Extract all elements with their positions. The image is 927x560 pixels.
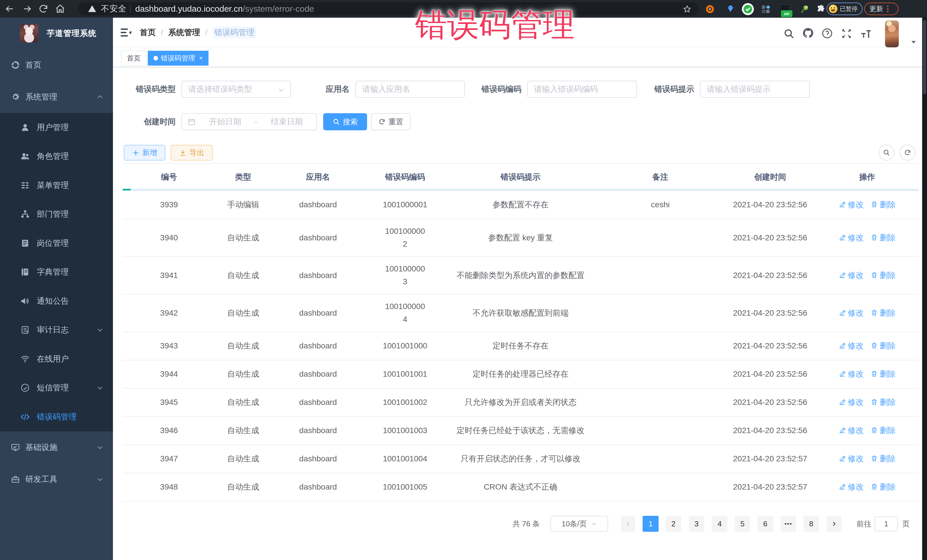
cell-id: 3947 bbox=[123, 445, 215, 473]
sidebar-item-9[interactable]: 审计日志 bbox=[0, 316, 113, 345]
export-button[interactable]: 导出 bbox=[170, 145, 213, 161]
filter-type-select[interactable]: 请选择错误码类型 bbox=[181, 81, 291, 98]
help-icon[interactable] bbox=[821, 28, 833, 39]
page-button-8[interactable]: 8 bbox=[804, 516, 819, 532]
page-button-5[interactable]: 5 bbox=[735, 516, 750, 532]
cell-code: 1001001001 bbox=[365, 360, 445, 389]
delete-link[interactable]: 删除 bbox=[871, 233, 896, 242]
browser-update-button[interactable]: 更新 bbox=[864, 3, 898, 15]
sidebar-collapse-icon[interactable] bbox=[120, 27, 132, 38]
bookmark-star-icon[interactable] bbox=[683, 5, 691, 14]
extension-gem-icon[interactable] bbox=[726, 5, 735, 14]
extension-key-icon[interactable] bbox=[800, 5, 809, 14]
browser-forward-icon[interactable] bbox=[22, 4, 32, 14]
extension-on-badge: on bbox=[781, 10, 792, 17]
extension-rows-icon[interactable]: on bbox=[780, 5, 790, 14]
prev-page-button[interactable] bbox=[621, 516, 635, 532]
user-avatar[interactable] bbox=[885, 21, 899, 47]
edit-link[interactable]: 修改 bbox=[839, 370, 864, 378]
browser-home-icon[interactable] bbox=[55, 4, 65, 14]
scrollbar-thumb[interactable] bbox=[923, 20, 926, 94]
edit-link[interactable]: 修改 bbox=[839, 308, 864, 317]
edit-link[interactable]: 修改 bbox=[839, 271, 864, 280]
browser-reload-icon[interactable] bbox=[38, 4, 49, 14]
sidebar-item-1[interactable]: 系统管理 bbox=[0, 81, 113, 113]
sidebar-item-2[interactable]: 用户管理 bbox=[0, 113, 113, 142]
page-button-4[interactable]: 4 bbox=[712, 516, 727, 532]
browser-back-icon[interactable] bbox=[4, 4, 15, 14]
sidebar-item-6[interactable]: 岗位管理 bbox=[0, 229, 113, 258]
sidebar-logo[interactable]: 芋道管理系统 bbox=[0, 18, 113, 49]
next-page-button[interactable] bbox=[827, 516, 842, 532]
header-search-icon[interactable] bbox=[783, 28, 795, 39]
sidebar-item-0[interactable]: 首页 bbox=[0, 49, 113, 81]
delete-link[interactable]: 删除 bbox=[871, 370, 896, 378]
date-end-input[interactable]: 结束日期 bbox=[257, 116, 316, 127]
tag-error-code[interactable]: 错误码管理× bbox=[148, 51, 208, 65]
address-bar[interactable]: 不安全 dashboard.yudao.iocoder.cn/system/er… bbox=[78, 2, 699, 15]
breadcrumb-system[interactable]: 系统管理 bbox=[168, 27, 200, 38]
edit-link[interactable]: 修改 bbox=[839, 233, 864, 242]
page-size-select[interactable]: 10条/页 bbox=[550, 516, 608, 532]
edit-link[interactable]: 修改 bbox=[839, 426, 864, 435]
delete-link[interactable]: 删除 bbox=[871, 454, 896, 463]
edit-link[interactable]: 修改 bbox=[839, 483, 864, 491]
filter-code-input[interactable]: 请输入错误码编码 bbox=[527, 81, 637, 98]
goto-page-input[interactable]: 1 bbox=[874, 516, 898, 531]
security-label[interactable]: 不安全 bbox=[101, 3, 127, 15]
page-button-3[interactable]: 3 bbox=[689, 516, 704, 532]
avatar-caret-down-icon[interactable] bbox=[910, 40, 917, 44]
browser-profile-chip[interactable]: 已暂停 bbox=[827, 3, 863, 15]
delete-link[interactable]: 删除 bbox=[871, 426, 896, 435]
edit-link[interactable]: 修改 bbox=[839, 200, 864, 209]
delete-link[interactable]: 删除 bbox=[871, 398, 896, 407]
font-size-icon[interactable] bbox=[860, 28, 872, 39]
sidebar-item-8[interactable]: 通知公告 bbox=[0, 287, 113, 316]
sidebar-item-3[interactable]: 角色管理 bbox=[0, 142, 113, 171]
browser-scrollbar[interactable] bbox=[922, 18, 927, 560]
sidebar-item-11[interactable]: 短信管理 bbox=[0, 373, 113, 403]
edit-link[interactable]: 修改 bbox=[839, 454, 864, 463]
page-button-2[interactable]: 2 bbox=[666, 516, 681, 532]
delete-link[interactable]: 删除 bbox=[871, 308, 896, 317]
tag-home[interactable]: 首页 bbox=[121, 51, 146, 65]
add-button[interactable]: 新增 bbox=[124, 145, 166, 161]
extensions-puzzle-icon[interactable] bbox=[817, 5, 826, 14]
extension-grid-icon[interactable] bbox=[761, 5, 770, 14]
sidebar-item-14[interactable]: 研发工具 bbox=[0, 463, 113, 495]
delete-link[interactable]: 删除 bbox=[871, 271, 896, 280]
sidebar-item-7[interactable]: 字典管理 bbox=[0, 258, 113, 287]
cell-actions: 修改删除 bbox=[816, 360, 918, 389]
show-search-toggle-button[interactable] bbox=[878, 144, 895, 161]
search-button[interactable]: 搜索 bbox=[323, 113, 367, 130]
extension-orange-icon[interactable] bbox=[705, 5, 714, 14]
sidebar-item-13[interactable]: 基础设施 bbox=[0, 431, 113, 463]
cell-app: dashboard bbox=[271, 256, 365, 294]
url-text[interactable]: dashboard.yudao.iocoder.cn/system/error-… bbox=[135, 4, 314, 14]
extension-green-icon[interactable] bbox=[742, 3, 754, 15]
cell-hint: 定时任务的处理器已经存在 bbox=[445, 360, 596, 389]
edit-link[interactable]: 修改 bbox=[839, 398, 864, 407]
filter-hint-input[interactable]: 请输入错误码提示 bbox=[700, 81, 810, 98]
breadcrumb-home[interactable]: 首页 bbox=[140, 27, 156, 38]
browser-menu-dots-icon[interactable] bbox=[887, 6, 889, 12]
github-icon[interactable] bbox=[802, 27, 814, 39]
filter-app-input[interactable]: 请输入应用名 bbox=[356, 81, 465, 98]
date-start-input[interactable]: 开始日期 bbox=[196, 116, 255, 127]
sidebar-item-4[interactable]: 菜单管理 bbox=[0, 171, 113, 200]
filter-date-range[interactable]: 开始日期 - 结束日期 bbox=[181, 113, 317, 130]
page-ellipsis-button[interactable]: ••• bbox=[781, 516, 796, 532]
edit-link[interactable]: 修改 bbox=[839, 341, 864, 350]
page-button-6[interactable]: 6 bbox=[758, 516, 773, 532]
reset-button[interactable]: 重置 bbox=[371, 113, 410, 130]
refresh-table-button[interactable] bbox=[900, 144, 916, 161]
sidebar-item-10[interactable]: 在线用户 bbox=[0, 344, 113, 373]
page-button-1[interactable]: 1 bbox=[643, 516, 659, 532]
delete-link[interactable]: 删除 bbox=[871, 200, 896, 209]
fullscreen-icon[interactable] bbox=[841, 28, 852, 39]
sidebar-item-5[interactable]: 部门管理 bbox=[0, 200, 113, 229]
delete-link[interactable]: 删除 bbox=[871, 483, 896, 491]
sidebar-item-12[interactable]: 错误码管理 bbox=[0, 402, 113, 431]
tag-close-icon[interactable]: × bbox=[199, 55, 203, 61]
delete-link[interactable]: 删除 bbox=[871, 341, 896, 350]
